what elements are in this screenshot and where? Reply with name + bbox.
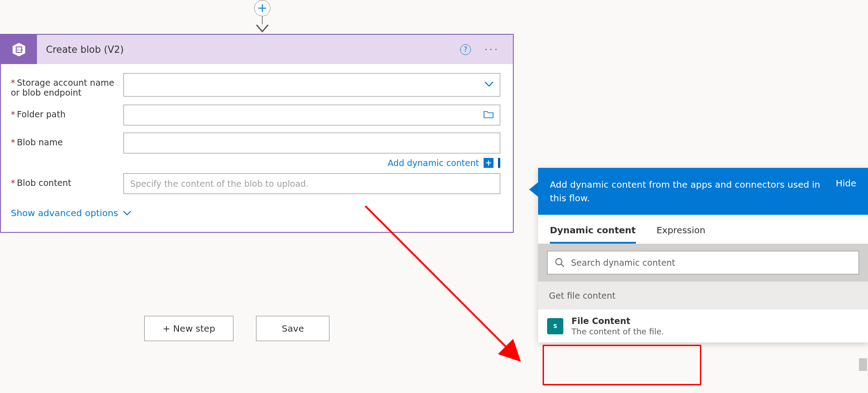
input-blob-name[interactable] [123,133,500,153]
label-blob-name: *Blob name [11,133,123,147]
more-icon[interactable]: ··· [484,44,499,55]
sharepoint-icon: S [547,318,563,334]
action-card-create-blob: 1010 Create blob (V2) ? ··· *Storage acc… [0,34,514,233]
label-folder-path: *Folder path [11,105,123,119]
show-advanced-options[interactable]: Show advanced options [11,208,500,218]
show-advanced-label: Show advanced options [11,208,118,218]
search-input[interactable] [570,257,851,268]
input-folder-path[interactable] [123,105,500,125]
arrow-down-icon [256,24,269,33]
dynamic-content-popout: Add dynamic content from the apps and co… [538,168,868,342]
add-dynamic-plus-icon[interactable]: + [484,158,493,168]
add-dynamic-bar [498,158,500,168]
folder-picker-icon[interactable] [483,110,494,120]
result-group-title: Get file content [538,282,868,310]
popout-pointer [529,182,538,197]
help-icon[interactable]: ? [460,44,471,55]
annotation-highlight-box [543,345,701,385]
svg-point-4 [556,259,562,265]
input-storage-account[interactable] [123,73,500,97]
label-storage-account: *Storage account name or blob endpoint [11,73,123,97]
add-dynamic-content-link[interactable]: Add dynamic content [388,158,479,168]
svg-text:1010: 1010 [15,48,23,52]
tab-dynamic-content[interactable]: Dynamic content [550,225,636,244]
chevron-down-icon[interactable] [484,81,494,89]
label-blob-content: *Blob content [11,173,123,188]
tab-expression[interactable]: Expression [657,225,706,244]
result-subtitle: The content of the file. [571,327,664,336]
new-step-button[interactable]: + New step [144,316,233,341]
insert-step-button[interactable] [254,0,270,16]
card-header[interactable]: 1010 Create blob (V2) ? ··· [1,35,513,64]
svg-line-5 [561,264,564,267]
search-icon [555,258,565,268]
search-box[interactable] [547,251,859,274]
popout-hide-button[interactable]: Hide [836,178,856,189]
result-title: File Content [571,316,664,326]
popout-header-text: Add dynamic content from the apps and co… [550,178,827,205]
result-file-content[interactable]: S File Content The content of the file. [538,310,868,342]
chevron-down-icon [123,210,132,216]
input-blob-content[interactable] [123,173,500,194]
connector-line [262,16,263,24]
save-button[interactable]: Save [256,316,329,341]
connector-icon: 1010 [1,35,37,64]
card-title: Create blob (V2) [37,44,460,55]
